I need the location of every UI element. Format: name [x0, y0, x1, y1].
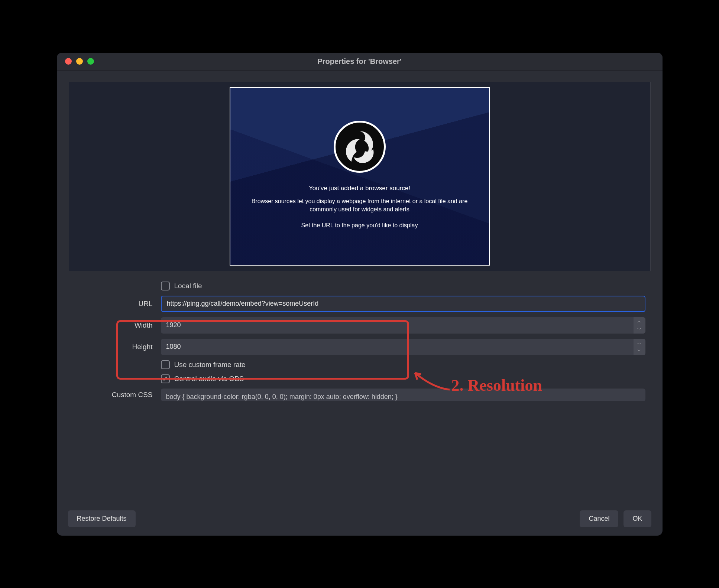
- preview-line-3: Set the URL to the page you'd like to di…: [301, 221, 418, 230]
- ok-button[interactable]: OK: [624, 510, 651, 527]
- height-label: Height: [69, 343, 161, 351]
- url-label: URL: [69, 300, 161, 308]
- restore-defaults-button[interactable]: Restore Defaults: [68, 510, 136, 527]
- preview-line-1: You've just added a browser source!: [309, 184, 410, 193]
- row-url: URL: [69, 296, 645, 312]
- width-step-up-icon[interactable]: ︿: [634, 317, 645, 325]
- local-file-checkbox[interactable]: [161, 282, 170, 290]
- height-input[interactable]: [161, 339, 634, 355]
- row-height: Height ︿ ﹀: [69, 339, 645, 355]
- custom-css-input[interactable]: body { background-color: rgba(0, 0, 0, 0…: [161, 389, 645, 401]
- dialog-footer: Restore Defaults Cancel OK: [57, 502, 663, 536]
- custom-fps-label: Use custom frame rate: [174, 361, 246, 369]
- row-control-audio: Control audio via OBS: [69, 374, 645, 383]
- preview-line-2: Browser sources let you display a webpag…: [248, 197, 471, 214]
- obs-logo-icon: [334, 121, 386, 173]
- titlebar: Properties for 'Browser': [57, 53, 663, 71]
- source-preview: You've just added a browser source! Brow…: [69, 82, 651, 271]
- browser-preview-panel: You've just added a browser source! Brow…: [230, 87, 490, 266]
- maximize-icon[interactable]: [87, 58, 94, 65]
- form-scroll-area[interactable]: Local file URL Width ︿ ﹀: [69, 276, 651, 502]
- width-spinner[interactable]: ︿ ﹀: [161, 317, 645, 334]
- content-area: You've just added a browser source! Brow…: [57, 71, 663, 502]
- height-spinner[interactable]: ︿ ﹀: [161, 339, 645, 355]
- width-label: Width: [69, 321, 161, 329]
- close-icon[interactable]: [65, 58, 72, 65]
- properties-window: Properties for 'Browser' You've just add…: [57, 53, 663, 536]
- traffic-lights: [57, 58, 94, 65]
- row-local-file: Local file: [69, 282, 645, 290]
- height-step-up-icon[interactable]: ︿: [634, 339, 645, 347]
- width-step-down-icon[interactable]: ﹀: [634, 325, 645, 334]
- local-file-label: Local file: [174, 282, 202, 290]
- height-step-down-icon[interactable]: ﹀: [634, 347, 645, 355]
- url-input[interactable]: [161, 296, 645, 312]
- width-input[interactable]: [161, 317, 634, 334]
- row-width: Width ︿ ﹀: [69, 317, 645, 334]
- minimize-icon[interactable]: [76, 58, 83, 65]
- cancel-button[interactable]: Cancel: [580, 510, 618, 527]
- control-audio-checkbox[interactable]: [161, 374, 170, 383]
- control-audio-label: Control audio via OBS: [174, 375, 244, 383]
- custom-css-label: Custom CSS: [69, 391, 161, 399]
- row-custom-css: Custom CSS body { background-color: rgba…: [69, 389, 645, 401]
- row-custom-fps: Use custom frame rate: [69, 360, 645, 369]
- custom-fps-checkbox[interactable]: [161, 360, 170, 369]
- window-title: Properties for 'Browser': [57, 57, 663, 66]
